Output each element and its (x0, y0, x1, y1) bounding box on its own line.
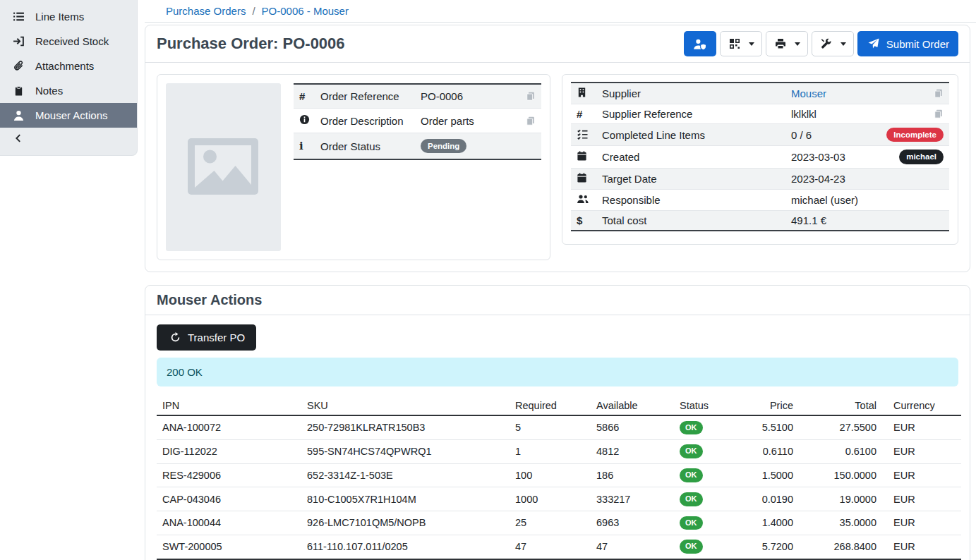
status-badge: Pending (421, 139, 466, 153)
cell-required: 1000 (510, 487, 591, 511)
ok-badge: OK (680, 468, 703, 482)
chevron-down-icon (749, 42, 754, 46)
detail-row-created: Created 2023-03-03 michael (571, 146, 949, 168)
calendar-icon (577, 174, 587, 185)
order-options-menu-button[interactable] (812, 31, 854, 56)
cell-sku: 250-72981KLRATR150B3 (301, 415, 510, 439)
incomplete-badge: Incomplete (886, 128, 944, 142)
cell-available: 4812 (591, 439, 674, 463)
detail-row-order-status: i Order Status Pending (294, 133, 541, 160)
cell-ipn: ANA-100044 (157, 511, 301, 535)
transfer-po-button[interactable]: Transfer PO (157, 324, 256, 351)
copy-icon[interactable] (934, 109, 944, 119)
user-actions-button[interactable] (684, 31, 716, 56)
order-meta-table: Supplier Mouser # Supplier Reference lkl… (571, 82, 949, 231)
users-icon (577, 195, 589, 207)
ok-badge: OK (680, 492, 703, 506)
table-row: SWT-200005 611-110.107.011/0205 47 47 OK… (157, 535, 961, 559)
cell-available: 186 (591, 463, 674, 487)
sidebar-item-label: Mouser Actions (35, 109, 108, 121)
cell-required: 25 (510, 511, 591, 535)
cell-total: 150.0000 (799, 463, 882, 487)
print-menu-button[interactable] (766, 31, 808, 56)
detail-label: Target Date (596, 168, 785, 189)
detail-value: lklklkl (791, 108, 817, 120)
transfer-po-label: Transfer PO (188, 331, 245, 343)
copy-icon[interactable] (934, 88, 944, 99)
line-items-table: IPN SKU Required Available Status Price … (157, 396, 961, 560)
cell-total: 268.8400 (799, 535, 882, 559)
cell-available: 6963 (591, 511, 674, 535)
hash-icon: # (299, 90, 305, 102)
page-title: Purchase Order: PO-0006 (157, 35, 345, 53)
copy-icon[interactable] (526, 116, 536, 126)
cell-currency: EUR (882, 439, 961, 463)
copy-icon[interactable] (526, 91, 536, 102)
printer-icon (773, 38, 788, 49)
order-image-placeholder (166, 83, 281, 251)
order-actions-toolbar: Submit Order (684, 31, 958, 56)
detail-value: michael (user) (791, 194, 858, 206)
list-check-icon (577, 130, 589, 142)
sidebar-item-attachments[interactable]: Attachments (0, 54, 137, 78)
purchase-order-header: Purchase Order: PO-0006 (145, 25, 970, 63)
sidebar-item-received-stock[interactable]: Received Stock (0, 29, 137, 54)
cell-required: 5 (510, 415, 591, 439)
breadcrumb: Purchase Orders / PO-0006 - Mouser (145, 0, 976, 23)
cell-ipn: CAP-043046 (157, 487, 301, 511)
detail-row-order-description: Order Description Order parts (294, 109, 541, 133)
ok-badge: OK (680, 421, 703, 435)
status-alert: 200 OK (157, 358, 958, 386)
info-icon: i (299, 140, 303, 152)
table-row: DIG-112022 595-SN74HCS74QPWRQ1 1 4812 OK… (157, 439, 961, 463)
table-row: RES-429006 652-3314Z-1-503E 100 186 OK 1… (157, 463, 961, 487)
detail-value: 2023-04-23 (791, 173, 845, 185)
detail-label: Created (596, 146, 785, 168)
cell-price: 1.5000 (745, 463, 799, 487)
cell-price: 0.0190 (745, 487, 799, 511)
sidebar-item-line-items[interactable]: Line Items (0, 4, 137, 29)
cell-total: 35.0000 (799, 511, 882, 535)
order-details: # Order Reference PO-0006 Order Descript… (145, 63, 970, 272)
column-header-status: Status (674, 396, 745, 415)
detail-row-target-date: Target Date 2023-04-23 (571, 168, 949, 189)
cell-total: 0.6100 (799, 439, 882, 463)
cell-price: 5.7200 (745, 535, 799, 559)
chevron-down-icon (841, 42, 846, 46)
order-meta-box: Supplier Mouser # Supplier Reference lkl… (562, 74, 958, 245)
breadcrumb-link-purchase-orders[interactable]: Purchase Orders (166, 5, 246, 17)
column-header-total: Total (799, 396, 882, 415)
cell-sku: 926-LMC7101QM5/NOPB (301, 511, 510, 535)
sidebar-item-label: Attachments (35, 60, 94, 72)
cell-currency: EUR (882, 463, 961, 487)
cell-required: 100 (510, 463, 591, 487)
sidebar-item-label: Line Items (35, 11, 84, 23)
breadcrumb-link-current-order[interactable]: PO-0006 - Mouser (262, 5, 349, 17)
submit-order-button[interactable]: Submit Order (857, 31, 958, 56)
chevron-down-icon (795, 42, 800, 46)
sidebar-collapse-button[interactable] (0, 128, 137, 152)
detail-row-responsible: Responsible michael (user) (571, 189, 949, 210)
detail-label: Order Description (315, 109, 415, 133)
cell-currency: EUR (882, 415, 961, 439)
paper-plane-icon (867, 38, 881, 49)
sidebar-item-notes[interactable]: Notes (0, 78, 137, 103)
mouser-actions-body: Transfer PO 200 OK IPN SKU Required Avai… (145, 315, 970, 560)
sign-in-icon (11, 35, 25, 47)
cell-total: 27.5500 (799, 415, 882, 439)
detail-value: 0 / 6 (791, 129, 812, 141)
cell-available: 47 (591, 535, 674, 559)
purchase-order-panel: Purchase Order: PO-0006 (145, 25, 970, 272)
user-shield-icon (693, 38, 707, 50)
cell-ipn: ANA-100072 (157, 415, 301, 439)
detail-label: Total cost (596, 210, 785, 231)
sidebar-item-mouser-actions[interactable]: Mouser Actions (0, 103, 137, 128)
detail-label: Completed Line Items (596, 124, 785, 146)
column-header-currency: Currency (882, 396, 961, 415)
sidebar-menu: Line Items Received Stock Attachments No… (0, 0, 138, 156)
supplier-link[interactable]: Mouser (791, 87, 826, 99)
barcode-menu-button[interactable] (720, 31, 762, 56)
detail-label: Supplier Reference (596, 104, 785, 124)
detail-value: PO-0006 (421, 90, 463, 102)
detail-value: 491.1 € (791, 214, 826, 226)
